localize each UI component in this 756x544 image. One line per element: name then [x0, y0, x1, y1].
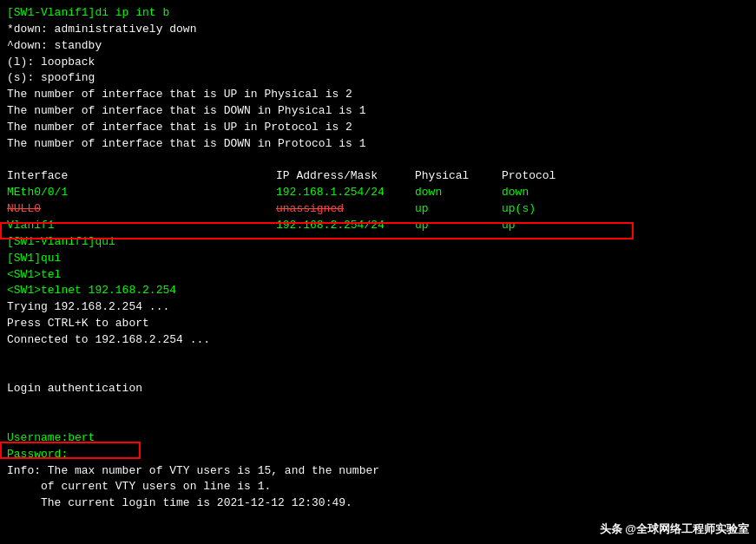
cell-vlanif-proto: up [502, 218, 588, 234]
login-auth-label: Login authentication [7, 381, 749, 397]
note-loopback: (l): loopback [7, 55, 749, 71]
note-spoofing: (s): spoofing [7, 70, 749, 87]
col-physical: Physical [415, 168, 502, 185]
stat-up-protocol: The number of interface that is UP in Pr… [7, 120, 749, 136]
cell-meth-proto: down [502, 185, 588, 201]
trying-msg: Trying 192.168.2.254 ... [7, 299, 749, 316]
watermark-account: @全球网络工程师实验室 [625, 522, 749, 535]
note-standby: ^down: standby [7, 38, 749, 55]
cmd-sw1-telnet: <SW1>telnet 192.168.2.254 [7, 283, 749, 299]
table-row-null: NULL0 unassigned up up(s) [7, 201, 749, 218]
note-admin-down: *down: administratively down [7, 22, 749, 38]
cmd-sw1-tel: <SW1>tel [7, 267, 749, 284]
press-ctrl-msg: Press CTRL+K to abort [7, 316, 749, 332]
info-login-time: The current login time is 2021-12-12 12:… [7, 495, 749, 512]
username-row: Username:bert [7, 430, 749, 447]
stat-down-physical: The number of interface that is DOWN in … [7, 103, 749, 120]
cell-meth-ip: 192.168.1.254/24 [276, 185, 415, 201]
terminal-window: [SW1-Vlanif1]di ip int b *down: administ… [0, 0, 756, 544]
cell-vlanif-phys: up [415, 218, 502, 234]
table-row-vlanif: Vlanif1 192.168.2.254/24 up up [7, 218, 749, 234]
cmd-sw1-vlanif-qui: [SW1-Vlanif1]qui [7, 234, 749, 251]
watermark-platform: 头条 [600, 522, 626, 535]
table-header-row: Interface IP Address/Mask Physical Proto… [7, 168, 749, 185]
password-row: Password: [7, 447, 749, 463]
info-vty-1: Info: The max number of VTY users is 15,… [7, 463, 749, 480]
blank-line-4 [7, 397, 749, 414]
cell-null-iface: NULL0 [7, 201, 276, 218]
col-protocol: Protocol [502, 168, 588, 185]
cell-null-phys: up [415, 201, 502, 218]
watermark: 头条 @全球网络工程师实验室 [600, 521, 749, 537]
cmd-sw1-qui: [SW1]qui [7, 251, 749, 267]
blank-line-2 [7, 349, 749, 365]
table-row-meth: MEth0/0/1 192.168.1.254/24 down down [7, 185, 749, 201]
cmd-line-1: [SW1-Vlanif1]di ip int b [7, 5, 749, 22]
cell-meth-phys: down [415, 185, 502, 201]
cell-meth-iface: MEth0/0/1 [7, 185, 276, 201]
cell-null-proto: up(s) [502, 201, 588, 218]
info-vty-2: of current VTY users on line is 1. [7, 479, 749, 495]
cell-vlanif-ip: 192.168.2.254/24 [276, 218, 415, 234]
stat-up-physical: The number of interface that is UP in Ph… [7, 87, 749, 103]
blank-line-1 [7, 153, 749, 169]
blank-line-3 [7, 365, 749, 382]
stat-down-protocol: The number of interface that is DOWN in … [7, 136, 749, 153]
cell-vlanif-iface: Vlanif1 [7, 218, 276, 234]
connected-msg: Connected to 192.168.2.254 ... [7, 332, 749, 349]
blank-line-5 [7, 414, 749, 430]
cell-null-ip: unassigned [276, 201, 415, 218]
col-ip: IP Address/Mask [276, 168, 415, 185]
col-interface: Interface [7, 168, 276, 185]
